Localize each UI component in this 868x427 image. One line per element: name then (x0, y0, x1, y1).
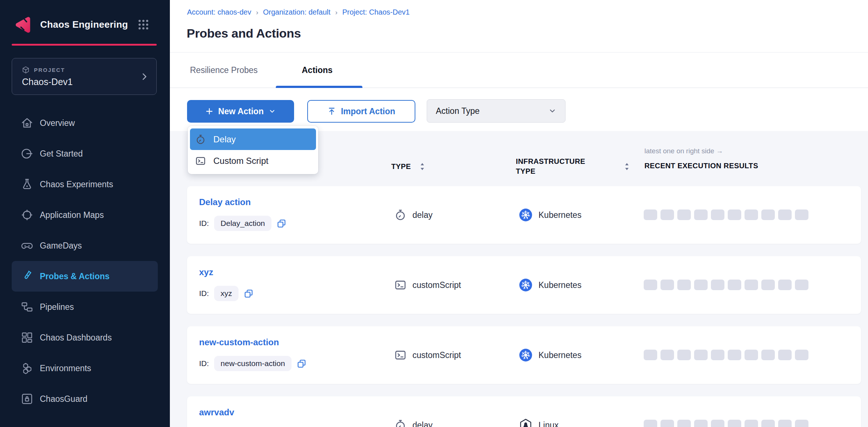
execution-result-placeholder (677, 350, 691, 360)
flask-icon (20, 178, 34, 191)
table-row: Delay actionID:Delay_actiondelayKubernet… (187, 186, 861, 244)
kubernetes-icon (519, 278, 533, 292)
sidebar-item-label: Chaos Experiments (40, 180, 113, 189)
recent-execution-results (644, 350, 808, 360)
chevron-down-icon (269, 108, 276, 115)
execution-result-placeholder (728, 280, 741, 290)
execution-result-placeholder (644, 209, 657, 220)
execution-result-placeholder (660, 420, 674, 427)
execution-result-placeholder (745, 280, 758, 290)
execution-result-placeholder (694, 350, 708, 360)
action-type-value: delay (412, 420, 433, 427)
execution-result-placeholder (745, 350, 758, 360)
test-tube-icon (20, 270, 34, 283)
sidebar-item-gamedays[interactable]: GameDays (12, 230, 158, 261)
menu-item-custom-script[interactable]: Custom Script (190, 150, 316, 172)
action-id-value: xyz (214, 286, 239, 301)
copy-id-icon[interactable] (277, 219, 286, 228)
sidebar-item-probes-actions[interactable]: Probes & Actions (12, 261, 158, 292)
execution-result-placeholder (694, 280, 708, 290)
pipelines-icon (20, 300, 34, 313)
breadcrumb-separator-icon: › (335, 8, 338, 16)
action-type-value: customScript (412, 280, 461, 290)
actions-table: TYPE INFRASTRUCTURE TYPE latest one on r… (170, 131, 868, 427)
chevron-right-icon (140, 72, 149, 81)
active-tab-underline (276, 86, 362, 88)
project-selector[interactable]: PROJECT Chaos-Dev1 (12, 58, 157, 95)
project-label: PROJECT (34, 67, 65, 73)
new-action-button[interactable]: New Action (187, 100, 294, 123)
sidebar-item-label: Overview (40, 118, 75, 128)
action-type-select-value: Action Type (436, 106, 480, 116)
action-name-link[interactable]: new-custom-action (199, 337, 279, 347)
accent-divider (12, 44, 157, 46)
infrastructure-type-value: Linux (538, 420, 559, 427)
execution-result-placeholder (778, 420, 792, 427)
execution-result-placeholder (761, 280, 775, 290)
sidebar-item-label: Probes & Actions (40, 272, 110, 281)
menu-item-delay[interactable]: Delay (190, 128, 316, 150)
recent-execution-results (644, 209, 808, 220)
infrastructure-type-value: Kubernetes (538, 350, 582, 360)
tab-actions[interactable]: Actions (302, 53, 332, 88)
execution-result-placeholder (711, 280, 724, 290)
action-id-line: ID:new-custom-action (199, 355, 307, 372)
plus-icon (205, 107, 213, 115)
infrastructure-type-value: Kubernetes (538, 210, 582, 220)
type-cell: customScript (394, 256, 461, 314)
terminal-icon (394, 349, 407, 361)
sidebar-item-chaos-experiments[interactable]: Chaos Experiments (12, 169, 158, 200)
execution-result-placeholder (795, 350, 808, 360)
action-id-value: new-custom-action (214, 356, 292, 371)
import-action-button[interactable]: Import Action (307, 100, 415, 123)
dashboards-icon (20, 331, 34, 344)
sidebar-item-application-maps[interactable]: Application Maps (12, 200, 158, 230)
table-row: xyzID:xyzcustomScriptKubernetes (187, 256, 861, 314)
sort-icon[interactable] (624, 162, 629, 171)
sidebar-item-chaos-dashboards[interactable]: Chaos Dashboards (12, 322, 158, 353)
action-name-link[interactable]: Delay action (199, 197, 251, 207)
copy-id-icon[interactable] (244, 289, 254, 299)
gamepad-icon (20, 239, 34, 252)
type-cell: delay (394, 396, 433, 427)
sidebar-item-label: Environments (40, 363, 91, 373)
type-cell: customScript (394, 326, 461, 384)
cube-icon (22, 66, 30, 74)
execution-result-placeholder (745, 420, 758, 427)
tab-resilience-probes[interactable]: Resilience Probes (190, 53, 258, 88)
action-name-link[interactable]: xyz (199, 267, 213, 277)
breadcrumb-account-link[interactable]: Account: chaos-dev (187, 8, 251, 16)
linux-icon (519, 418, 533, 427)
execution-result-placeholder (795, 420, 808, 427)
id-label: ID: (199, 359, 209, 368)
breadcrumb-org-link[interactable]: Organization: default (263, 8, 331, 16)
action-name-link[interactable]: awrvadv (199, 407, 234, 418)
home-icon (20, 116, 34, 130)
id-label: ID: (199, 219, 209, 228)
action-type-select[interactable]: Action Type (427, 99, 566, 123)
breadcrumb-project-link[interactable]: Project: Chaos-Dev1 (342, 8, 410, 16)
sort-icon[interactable] (420, 162, 425, 171)
infrastructure-cell: Kubernetes (519, 326, 582, 384)
execution-result-placeholder (761, 209, 775, 220)
app-switcher-grid-icon[interactable] (138, 19, 149, 30)
sidebar-item-chaosguard[interactable]: ChaosGuard (12, 384, 158, 414)
infrastructure-cell: Linux (519, 396, 559, 427)
id-label: ID: (199, 289, 209, 298)
action-id-line: ID:Delay_action (199, 215, 286, 231)
chaos-engineering-logo-icon (13, 15, 34, 35)
execution-result-placeholder (778, 280, 792, 290)
sidebar-item-environments[interactable]: Environments (12, 353, 158, 384)
sidebar-item-get-started[interactable]: Get Started (12, 138, 158, 169)
get-started-icon (20, 147, 34, 160)
sidebar-item-overview[interactable]: Overview (12, 108, 158, 138)
kubernetes-icon (519, 348, 533, 362)
recent-results-hint: latest one on right side → (644, 147, 723, 155)
sidebar-item-pipelines[interactable]: Pipelines (12, 292, 158, 322)
action-type-value: customScript (412, 350, 461, 360)
sidebar-item-label: Pipelines (40, 302, 74, 312)
execution-result-placeholder (795, 209, 808, 220)
copy-id-icon[interactable] (297, 359, 307, 369)
upload-icon (327, 107, 336, 116)
column-header-infrastructure-type: INFRASTRUCTURE TYPE (516, 157, 600, 176)
